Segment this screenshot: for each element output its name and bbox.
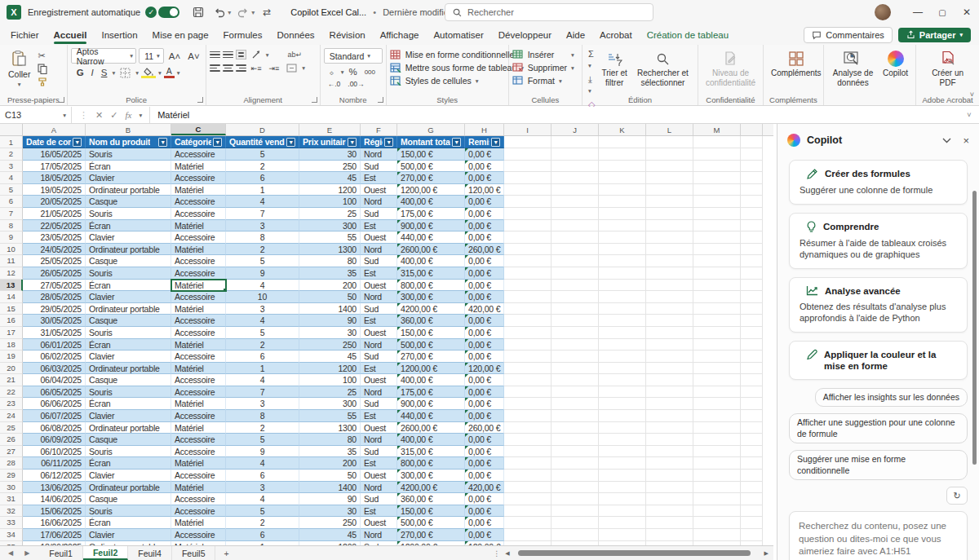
grid-cell[interactable] <box>552 184 599 196</box>
table-cell[interactable]: 3 <box>226 398 299 410</box>
redo-icon[interactable] <box>234 4 252 20</box>
merge-center-icon[interactable] <box>284 64 299 73</box>
undo-dropdown-icon[interactable]: ▾ <box>228 9 231 16</box>
table-cell[interactable]: 250 <box>299 339 361 351</box>
table-cell[interactable]: 30 <box>299 148 361 161</box>
table-cell[interactable]: 400,00 € <box>397 196 465 208</box>
table-cell[interactable]: Matériel <box>171 184 226 196</box>
tab-automatiser[interactable]: Automatiser <box>426 27 490 43</box>
grid-cell[interactable] <box>599 422 646 434</box>
table-cell[interactable]: 14/06/2025 <box>23 493 86 505</box>
merge-dropdown-icon[interactable]: ▾ <box>302 64 305 72</box>
table-cell[interactable]: Est <box>361 267 397 280</box>
table-cell[interactable]: 100 <box>299 374 361 386</box>
table-cell[interactable]: Est <box>361 172 397 184</box>
table-cell[interactable]: 30/05/2025 <box>23 315 86 327</box>
row-header-16[interactable]: 16 <box>0 315 23 327</box>
grid-cell[interactable] <box>646 208 693 220</box>
table-cell[interactable]: Écran <box>86 398 171 410</box>
table-cell[interactable]: 90 <box>299 315 361 327</box>
tab-cr-ation-de-tableau[interactable]: Création de tableau <box>640 27 736 43</box>
grid-cell[interactable] <box>741 457 763 470</box>
font-dialog-launcher[interactable] <box>197 97 203 103</box>
table-header-cell[interactable]: Quantité vendue▼ <box>226 136 299 148</box>
table-cell[interactable]: 900,00 € <box>397 220 465 232</box>
table-cell[interactable]: 06/11/2025 <box>23 457 86 470</box>
filter-dropdown-icon[interactable]: ▼ <box>286 138 295 147</box>
grid-cell[interactable] <box>693 410 741 422</box>
table-cell[interactable]: Sud <box>361 493 397 505</box>
table-cell[interactable]: 35 <box>299 267 361 280</box>
table-cell[interactable]: Casque <box>86 434 171 446</box>
table-cell[interactable]: 80 <box>299 255 361 267</box>
row-header-23[interactable]: 23 <box>0 398 23 410</box>
grid-cell[interactable] <box>599 196 646 208</box>
grid-cell[interactable] <box>599 434 646 446</box>
row-header-26[interactable]: 26 <box>0 434 23 446</box>
table-cell[interactable]: Sud <box>361 398 397 410</box>
table-cell[interactable]: Matériel <box>171 303 226 315</box>
grid-cell[interactable] <box>552 280 599 292</box>
table-cell[interactable]: Ouest <box>361 422 397 434</box>
insert-function-icon[interactable]: fx <box>125 110 131 120</box>
table-cell[interactable]: 4200,00 € <box>397 303 465 315</box>
table-cell[interactable]: 300 <box>299 220 361 232</box>
column-header-B[interactable]: B <box>86 124 171 135</box>
table-cell[interactable]: 6 <box>226 172 299 184</box>
grid-cell[interactable] <box>646 505 693 518</box>
grid-cell[interactable] <box>504 161 552 173</box>
table-cell[interactable]: Matériel <box>171 161 226 173</box>
insert-cells-button[interactable]: Insérer▾ <box>512 50 574 60</box>
grid-cell[interactable] <box>693 470 741 482</box>
suggestion-chip-3[interactable]: Suggérer une mise en forme conditionnell… <box>789 450 968 480</box>
table-cell[interactable]: Souris <box>86 208 171 220</box>
collapse-ribbon-icon[interactable]: ˅ <box>970 90 974 99</box>
grid-cell[interactable] <box>693 148 741 161</box>
table-cell[interactable]: 45 <box>299 529 361 541</box>
table-cell[interactable]: 6 <box>226 470 299 482</box>
grid-cell[interactable] <box>552 505 599 518</box>
table-cell[interactable]: 06/04/2025 <box>23 374 86 386</box>
grid-cell[interactable] <box>599 267 646 280</box>
table-cell[interactable]: 1200 <box>299 363 361 375</box>
table-header-cell[interactable]: Montant total▼ <box>397 136 465 148</box>
table-cell[interactable]: Est <box>361 315 397 327</box>
sheetbar-options-icon[interactable]: ⋮ <box>493 549 500 558</box>
table-cell[interactable]: 06/09/2025 <box>23 434 86 446</box>
grid-cell[interactable] <box>646 470 693 482</box>
grid-cell[interactable] <box>693 374 741 386</box>
tab-mise-en-page[interactable]: Mise en page <box>145 27 216 43</box>
grid-cell[interactable] <box>552 327 599 339</box>
table-cell[interactable]: Ordinateur portable <box>86 363 171 375</box>
increase-font-icon[interactable]: A˄ <box>166 51 183 61</box>
grid-cell[interactable] <box>504 231 552 244</box>
grid-cell[interactable] <box>599 280 646 292</box>
grid-cell[interactable] <box>599 291 646 303</box>
grid-cell[interactable] <box>552 267 599 280</box>
grid-cell[interactable] <box>646 196 693 208</box>
table-cell[interactable]: 0,00 € <box>465 231 504 244</box>
grid-cell[interactable] <box>693 363 741 375</box>
table-cell[interactable]: 25 <box>299 208 361 220</box>
grid-cell[interactable] <box>504 208 552 220</box>
next-sheet-icon[interactable]: ▶ <box>24 549 29 557</box>
table-cell[interactable]: 0,00 € <box>465 267 504 280</box>
autosum-icon[interactable]: Σ ▾ <box>586 49 597 71</box>
grid-cell[interactable] <box>741 136 763 148</box>
table-cell[interactable]: 0,00 € <box>465 351 504 363</box>
table-cell[interactable]: Casque <box>86 315 171 327</box>
copilot-card-3[interactable]: Analyse avancéeObtenez des résultats d'a… <box>789 277 968 333</box>
column-header-C[interactable]: C <box>171 124 226 135</box>
table-cell[interactable]: 500,00 € <box>397 161 465 173</box>
table-cell[interactable]: 17/05/2025 <box>23 161 86 173</box>
table-cell[interactable]: 0,00 € <box>465 255 504 267</box>
table-cell[interactable]: Clavier <box>86 351 171 363</box>
table-cell[interactable]: 25 <box>299 386 361 399</box>
table-cell[interactable]: Accessoire <box>171 148 226 161</box>
table-cell[interactable]: 0,00 € <box>465 291 504 303</box>
thousands-icon[interactable]: 000 <box>362 68 378 76</box>
table-cell[interactable]: 15/06/2025 <box>23 505 86 518</box>
table-cell[interactable]: 0,00 € <box>465 457 504 470</box>
table-cell[interactable]: Sud <box>361 161 397 173</box>
table-cell[interactable]: 0,00 € <box>465 529 504 541</box>
